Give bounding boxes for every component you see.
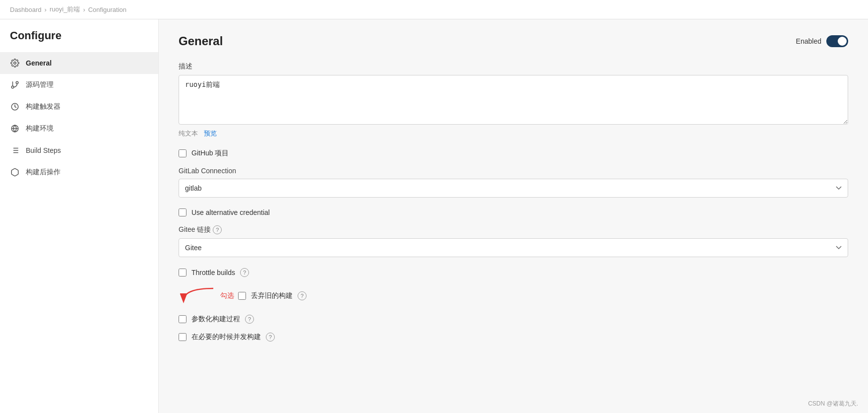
throttle-builds-checkbox[interactable]: [179, 269, 186, 276]
use-alt-credential-checkbox[interactable]: [179, 208, 186, 216]
globe-icon: [10, 124, 20, 134]
section-header: General Enabled ✓: [179, 34, 848, 48]
throttle-builds-label: Throttle builds: [191, 269, 235, 276]
breadcrumb: Dashboard › ruoyi_前端 › Configuration: [0, 0, 868, 19]
enabled-label: Enabled: [796, 37, 821, 45]
parameterize-label: 参数化构建过程: [191, 315, 240, 324]
sidebar-item-general[interactable]: General: [0, 52, 158, 74]
gitee-help-icon[interactable]: ?: [213, 225, 222, 234]
description-textarea[interactable]: [179, 75, 848, 125]
toggle-checkmark: ✓: [841, 38, 846, 45]
annotation-text: 勾选: [220, 291, 234, 300]
enabled-area: Enabled ✓: [796, 35, 848, 47]
gitlab-connection-select[interactable]: gitlab: [179, 179, 848, 198]
throttle-help-icon[interactable]: ?: [240, 268, 249, 277]
parameterize-checkbox[interactable]: [179, 315, 186, 323]
discard-old-row: 丢弃旧的构建 ?: [238, 291, 307, 300]
red-arrow-svg: [179, 286, 218, 306]
use-alt-credential-row: Use alternative credential: [179, 208, 848, 216]
sidebar-item-trigger-label: 构建触发器: [26, 102, 61, 111]
box-icon: [10, 167, 20, 177]
gitee-link-group: Gitee 链接 ? Gitee: [179, 225, 848, 257]
gitee-select[interactable]: Gitee: [179, 238, 848, 257]
sidebar-item-env-label: 构建环境: [26, 124, 54, 133]
plain-text-link[interactable]: 纯文本: [179, 129, 198, 138]
sidebar-item-post-build-label: 构建后操作: [26, 168, 61, 177]
concurrent-row: 在必要的时候并发构建 ?: [179, 333, 848, 342]
section-title: General: [179, 34, 223, 48]
throttle-builds-row: Throttle builds ?: [179, 268, 848, 277]
gitee-link-label: Gitee 链接 ?: [179, 225, 848, 234]
breadcrumb-dashboard[interactable]: Dashboard: [10, 6, 42, 13]
parameterize-row: 参数化构建过程 ?: [179, 315, 848, 324]
preview-link[interactable]: 预览: [204, 129, 217, 138]
text-links: 纯文本 预览: [179, 129, 848, 138]
clock-icon: [10, 102, 20, 112]
sidebar-item-env[interactable]: 构建环境: [0, 118, 158, 139]
description-label: 描述: [179, 62, 848, 71]
github-checkbox-row: GitHub 项目: [179, 149, 848, 158]
enabled-toggle[interactable]: ✓: [826, 35, 848, 47]
concurrent-help-icon[interactable]: ?: [266, 333, 275, 342]
sidebar-item-build-steps[interactable]: Build Steps: [0, 139, 158, 161]
discard-old-label: 丢弃旧的构建: [251, 291, 293, 300]
use-alt-credential-label: Use alternative credential: [191, 208, 270, 216]
svg-point-0: [14, 62, 16, 65]
github-checkbox[interactable]: [179, 149, 186, 157]
discard-old-checkbox[interactable]: [238, 292, 246, 300]
breadcrumb-project[interactable]: ruoyi_前端: [50, 5, 80, 14]
discard-old-help-icon[interactable]: ?: [298, 291, 307, 300]
discard-old-section: 勾选 丢弃旧的构建 ?: [179, 286, 848, 306]
gitlab-connection-group: GitLab Connection gitlab: [179, 167, 848, 198]
svg-point-2: [16, 81, 18, 84]
sidebar-item-source-label: 源码管理: [26, 80, 54, 89]
github-checkbox-label: GitHub 项目: [191, 149, 229, 158]
gear-icon: [10, 58, 20, 68]
main-content: General Enabled ✓ 描述 纯文本 预览 GitHub 项目 Gi: [159, 19, 868, 413]
sidebar-item-source[interactable]: 源码管理: [0, 74, 158, 96]
svg-point-3: [11, 86, 14, 88]
sidebar-item-build-steps-label: Build Steps: [26, 146, 61, 154]
parameterize-help-icon[interactable]: ?: [245, 315, 254, 324]
concurrent-label: 在必要的时候并发构建: [191, 333, 261, 342]
footer-credit: CSDN @诸葛九天.: [808, 400, 858, 408]
sidebar-item-trigger[interactable]: 构建触发器: [0, 96, 158, 118]
list-icon: [10, 145, 20, 155]
description-group: 描述 纯文本 预览: [179, 62, 848, 138]
breadcrumb-sep1: ›: [45, 6, 47, 13]
sidebar: Configure General 源码管理: [0, 19, 159, 413]
gitlab-connection-label: GitLab Connection: [179, 167, 848, 175]
breadcrumb-sep2: ›: [83, 6, 85, 13]
sidebar-title: Configure: [0, 29, 158, 52]
sidebar-item-general-label: General: [26, 59, 52, 67]
concurrent-checkbox[interactable]: [179, 333, 186, 341]
branch-icon: [10, 80, 20, 90]
sidebar-item-post-build[interactable]: 构建后操作: [0, 161, 158, 183]
breadcrumb-configuration[interactable]: Configuration: [88, 6, 126, 13]
